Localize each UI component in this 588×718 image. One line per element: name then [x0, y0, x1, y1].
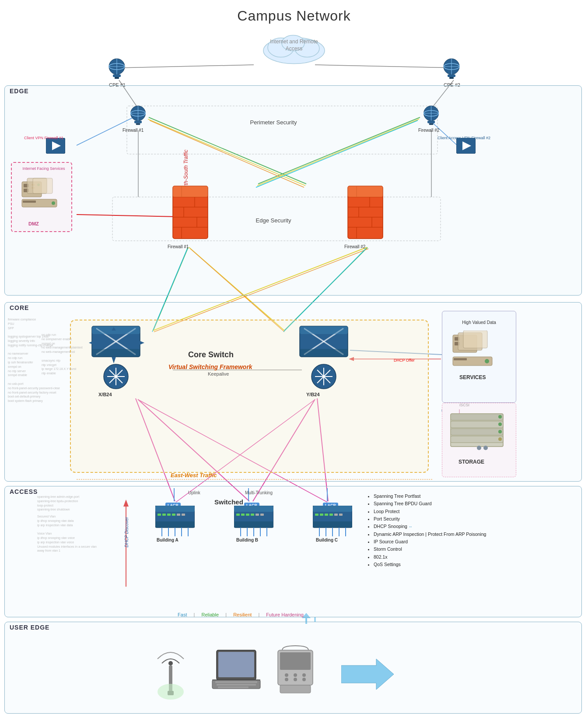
- high-valued-label: High Valued Data: [446, 320, 512, 325]
- keepalive-label: Keepalive: [208, 371, 229, 377]
- svg-rect-154: [155, 521, 195, 528]
- bullet-5: DHCP Snooping ↔: [374, 523, 556, 530]
- firewall-brick1: [171, 182, 210, 243]
- svg-rect-159: [177, 514, 180, 516]
- services-label: SERVICES: [459, 374, 486, 380]
- svg-rect-112: [92, 326, 140, 334]
- bottom-bar: Fast | Reliable | Resilient | Future Har…: [109, 612, 372, 617]
- uplink-label: Uplink: [188, 490, 200, 495]
- svg-point-150: [477, 446, 481, 450]
- svg-marker-117: [139, 341, 144, 345]
- svg-rect-206: [280, 652, 311, 670]
- laptop-icon: [210, 648, 262, 696]
- dhcp-offer-label: DHCP Offer: [394, 358, 415, 363]
- svg-point-210: [285, 678, 288, 681]
- perimeter-security-label: Perimeter Security: [197, 119, 350, 126]
- svg-rect-160: [182, 514, 185, 516]
- svg-rect-58: [448, 74, 455, 77]
- svg-rect-171: [246, 514, 249, 516]
- svg-rect-126: [300, 326, 348, 334]
- vpn-fw2-label: Client Access VPN Firewall #2: [438, 136, 490, 140]
- large-arrow-right: [341, 657, 394, 692]
- svg-rect-169: [236, 514, 240, 516]
- svg-rect-183: [315, 514, 318, 516]
- page-title: Campus Network: [0, 0, 588, 28]
- bar-reliable: Reliable: [201, 612, 219, 617]
- core-x-label: X/B24: [98, 392, 112, 397]
- svg-rect-53: [115, 77, 119, 79]
- svg-rect-144: [451, 429, 503, 435]
- access-vlan-data: Secured Vlan ip dhcp snooping vlan data …: [37, 514, 97, 553]
- building-a-switch: [155, 506, 195, 536]
- edge-security-label: Edge Security: [197, 217, 350, 224]
- svg-rect-64: [134, 121, 142, 123]
- bar-fast: Fast: [178, 612, 187, 617]
- svg-rect-202: [217, 684, 256, 686]
- access-config-left: spanning-tree admin-edge-port spanning-t…: [37, 495, 79, 512]
- cpe1-icon: [105, 57, 129, 81]
- core-switch-x: [88, 324, 144, 390]
- svg-point-147: [498, 422, 502, 426]
- svg-rect-142: [451, 414, 503, 420]
- bullet-7: IP Source Guard: [374, 538, 556, 546]
- bullet-3: Loop Protect: [374, 508, 556, 515]
- svg-rect-203: [218, 686, 248, 688]
- ifs-label: Internet Facing Services: [15, 166, 72, 172]
- bullet-9: 802.1x: [374, 553, 556, 561]
- svg-point-151: [483, 446, 488, 450]
- svg-point-208: [294, 673, 297, 677]
- dhcp-discover-label: DHCP Discover: [124, 517, 129, 548]
- svg-point-108: [52, 201, 55, 205]
- access-label: ACCESS: [10, 488, 38, 495]
- fw1-top-label: Firewall #1: [122, 128, 144, 133]
- svg-rect-199: [218, 652, 254, 677]
- core-switch-label: Core Switch: [188, 350, 234, 359]
- svg-line-1: [315, 65, 454, 68]
- access-bullet-list: Spanning Tree Portfast Spanning Tree BPD…: [368, 493, 556, 568]
- bar-future: Future Hardening: [266, 612, 304, 617]
- svg-rect-170: [241, 514, 245, 516]
- svg-point-209: [302, 673, 306, 677]
- svg-point-211: [294, 678, 297, 681]
- svg-rect-97: [348, 186, 383, 197]
- switched-label: Switched: [214, 498, 243, 506]
- dmz-server: [18, 173, 66, 217]
- svg-rect-145: [451, 436, 503, 443]
- multitrunking-label: Multi-Trunking: [245, 490, 273, 495]
- svg-point-148: [498, 430, 502, 433]
- vpn-fw2-icon: [456, 138, 476, 154]
- firewall-brick2: [346, 182, 385, 243]
- svg-rect-153: [155, 506, 195, 512]
- fw1-top-icon: [127, 104, 150, 127]
- services-server: [448, 331, 505, 374]
- svg-rect-172: [251, 514, 254, 516]
- svg-point-197: [168, 661, 173, 665]
- cpe2-icon: [440, 57, 464, 81]
- svg-marker-214: [341, 659, 394, 690]
- svg-rect-167: [234, 506, 273, 512]
- firewall-brick2-label: Firewall #2: [344, 244, 365, 249]
- svg-rect-70: [427, 121, 435, 123]
- vpn-fw1-icon: [46, 138, 65, 154]
- svg-point-140: [485, 359, 489, 363]
- svg-rect-65: [136, 123, 140, 125]
- svg-rect-71: [429, 123, 433, 125]
- svg-rect-158: [172, 514, 175, 516]
- svg-point-149: [498, 437, 502, 441]
- svg-rect-213: [280, 685, 311, 693]
- core-switch-y: [295, 324, 352, 390]
- svg-rect-86: [173, 186, 208, 197]
- svg-marker-116: [89, 341, 94, 345]
- svg-point-207: [285, 673, 288, 677]
- svg-rect-173: [256, 514, 259, 516]
- useredge-label: USER EDGE: [10, 624, 49, 631]
- svg-rect-155: [158, 514, 161, 516]
- building-c-switch: [313, 506, 352, 536]
- svg-rect-143: [451, 421, 503, 428]
- svg-rect-113: [92, 349, 140, 357]
- svg-rect-156: [162, 514, 166, 516]
- svg-rect-187: [334, 514, 338, 516]
- bar-resilient: Resilient: [233, 612, 252, 617]
- svg-rect-59: [449, 77, 454, 79]
- svg-rect-188: [339, 514, 343, 516]
